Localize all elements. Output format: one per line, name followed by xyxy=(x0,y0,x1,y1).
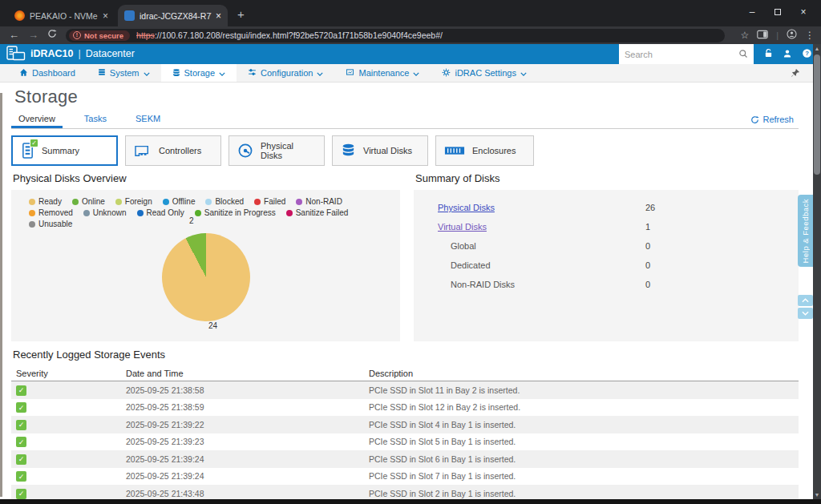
browser-tab-peakaio[interactable]: PEAKAIO - NVMe Bandwidth - × xyxy=(8,5,115,26)
nav-item-storage[interactable]: Storage xyxy=(161,64,237,82)
back-button[interactable]: ← xyxy=(9,26,19,44)
bookmark-star-icon[interactable]: ☆ xyxy=(740,26,749,44)
summary-value: 26 xyxy=(645,203,655,212)
tile-label: Summary xyxy=(42,146,79,155)
nav-label: Configuration xyxy=(261,68,313,78)
tile-virtual-disks[interactable]: Virtual Disks xyxy=(332,135,428,166)
browser-menu-icon[interactable]: ⋮ xyxy=(805,26,815,44)
severity-ok-icon: ✓ xyxy=(16,420,26,430)
new-tab-button[interactable]: + xyxy=(237,6,245,22)
nav-label: Dashboard xyxy=(32,68,75,78)
idrac-app-bar: iDRAC10|Datacenter ? xyxy=(0,44,821,64)
pin-menu-icon[interactable] xyxy=(790,68,800,80)
reload-icon xyxy=(47,29,57,38)
summary-row-non-raid: Non-RAID Disks 0 xyxy=(414,275,799,294)
physical-disks-icon xyxy=(237,143,253,159)
forward-button[interactable]: → xyxy=(28,26,38,44)
nav-item-maintenance[interactable]: Maintenance xyxy=(334,64,431,82)
summary-label: Non-RAID Disks xyxy=(414,280,645,289)
nav-item-configuration[interactable]: Configuration xyxy=(237,64,334,82)
legend-item: Unknown xyxy=(83,208,127,217)
search-icon[interactable] xyxy=(738,47,748,62)
summary-of-disks-section: Summary of Disks Physical Disks 26 Virtu… xyxy=(414,172,799,341)
close-window-button[interactable]: × xyxy=(791,0,816,26)
help-icon[interactable]: ? xyxy=(802,47,812,62)
chevron-down-icon xyxy=(413,68,419,78)
reload-button[interactable] xyxy=(47,26,57,44)
tab-title: PEAKAIO - NVMe Bandwidth - xyxy=(30,11,99,21)
unlock-icon[interactable] xyxy=(763,47,774,62)
profile-avatar-icon[interactable] xyxy=(787,28,797,42)
close-tab-icon[interactable]: × xyxy=(103,10,108,22)
search-input[interactable] xyxy=(625,50,738,59)
help-feedback-tab[interactable]: Help & Feedback xyxy=(798,195,813,267)
chevron-down-icon xyxy=(144,68,150,78)
chevron-down-icon xyxy=(219,68,225,78)
summary-row-physical-disks: Physical Disks 26 xyxy=(414,198,799,217)
summary-row-virtual-disks: Virtual Disks 1 xyxy=(414,217,799,236)
scroll-down-button[interactable] xyxy=(798,308,813,319)
event-description: PCIe SSD in Slot 6 in Bay 1 is inserted. xyxy=(369,454,799,464)
tile-label: Virtual Disks xyxy=(363,146,412,155)
virtual-disks-link[interactable]: Virtual Disks xyxy=(438,222,487,232)
nav-label: Maintenance xyxy=(358,68,409,78)
maximize-icon xyxy=(774,9,781,15)
browser-scrollbar[interactable]: ▲ ▼ xyxy=(813,44,821,499)
tab-sekm[interactable]: SEKM xyxy=(128,114,168,128)
minimize-button[interactable]: – xyxy=(739,0,765,26)
not-secure-badge[interactable]: ! Not secure xyxy=(69,30,130,41)
tab-overview[interactable]: Overview xyxy=(11,114,63,128)
idrac-logo-icon xyxy=(6,46,27,66)
storage-icon xyxy=(172,68,180,79)
event-description: PCIe SSD in Slot 7 in Bay 1 is inserted. xyxy=(369,471,799,481)
legend-dot xyxy=(137,210,144,216)
legend-dot xyxy=(83,210,90,216)
legend-dot xyxy=(195,210,201,216)
brand-title: iDRAC10|Datacenter xyxy=(30,44,135,64)
scrollbar-up-icon[interactable]: ▲ xyxy=(813,46,821,51)
event-description: PCIe SSD in Slot 2 in Bay 1 is inserted. xyxy=(369,489,799,498)
table-row: ✓ 2025-09-25 21:38:59 PCIe SSD in Slot 1… xyxy=(11,399,799,417)
chevron-down-icon xyxy=(520,68,527,78)
table-row: ✓ 2025-09-25 21:39:24 PCIe SSD in Slot 7… xyxy=(11,468,799,486)
event-description: PCIe SSD in Slot 11 in Bay 2 is inserted… xyxy=(369,385,799,395)
user-icon[interactable] xyxy=(783,47,792,62)
event-description: PCIe SSD in Slot 5 in Bay 1 is inserted. xyxy=(369,437,799,446)
summary-row-global: Global 0 xyxy=(414,236,799,256)
browser-window: PEAKAIO - NVMe Bandwidth - × idrac-JCGZX… xyxy=(0,0,821,504)
app-bar-icons: ? xyxy=(754,44,821,64)
event-datetime: 2025-09-25 21:39:24 xyxy=(126,471,369,481)
chevron-down-icon xyxy=(317,68,323,78)
tile-physical-disks[interactable]: Physical Disks xyxy=(229,135,325,166)
events-table-header: Severity Date and Time Description xyxy=(11,366,799,381)
column-header-severity: Severity xyxy=(11,369,126,378)
nav-item-dashboard[interactable]: Dashboard xyxy=(8,64,87,82)
maximize-button[interactable] xyxy=(765,0,791,26)
recent-storage-events-section: Recently Logged Storage Events Severity … xyxy=(11,349,799,499)
side-panel-icon[interactable] xyxy=(757,28,768,42)
pie-legend: Ready Online Foreign Offline Blocked Fai… xyxy=(11,190,400,228)
page-content: Storage Overview Tasks SEKM Refresh ✓ Su… xyxy=(0,83,813,499)
section-title: Physical Disks Overview xyxy=(13,172,400,184)
refresh-button[interactable]: Refresh xyxy=(750,115,794,124)
event-datetime: 2025-09-25 21:38:58 xyxy=(126,385,369,395)
nav-item-idrac-settings[interactable]: iDRAC Settings xyxy=(431,64,537,82)
summary-value: 0 xyxy=(645,241,650,251)
close-tab-icon[interactable]: × xyxy=(216,10,221,22)
tab-tasks[interactable]: Tasks xyxy=(77,114,114,128)
url-field[interactable]: ! Not secure https://100.67.180.208/rest… xyxy=(66,29,725,42)
scrollbar-down-icon[interactable]: ▼ xyxy=(813,492,821,498)
scrollbar-thumb[interactable] xyxy=(814,54,820,175)
tile-summary[interactable]: ✓ Summary xyxy=(11,135,118,166)
browser-tab-idrac[interactable]: idrac-JCGZX84-R7725xd - iDRA × xyxy=(118,5,228,26)
physical-disks-link[interactable]: Physical Disks xyxy=(438,203,495,212)
page-scroll-buttons xyxy=(798,295,813,319)
tile-enclosures[interactable]: Enclosures xyxy=(435,135,534,166)
event-datetime: 2025-09-25 21:38:59 xyxy=(126,402,369,412)
tile-controllers[interactable]: Controllers xyxy=(125,135,221,166)
legend-item: Read Only xyxy=(137,208,184,217)
not-secure-icon: ! xyxy=(73,31,81,39)
nav-item-system[interactable]: System xyxy=(87,64,161,82)
table-row: ✓ 2025-09-25 21:39:22 PCIe SSD in Slot 4… xyxy=(11,416,799,433)
scroll-up-button[interactable] xyxy=(798,295,813,306)
